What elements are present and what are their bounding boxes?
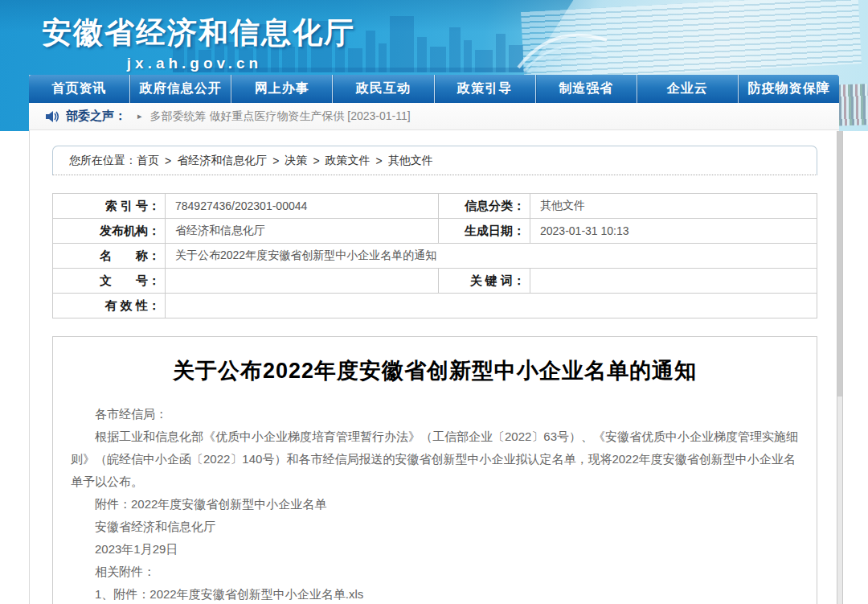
- issuing-agency-value: 省经济和信息化厅: [166, 219, 439, 244]
- table-row: 名 称： 关于公布2022年度安徽省创新型中小企业名单的通知: [53, 244, 817, 269]
- scrollbar-thumb[interactable]: [837, 131, 842, 397]
- site-url: jx.ah.gov.cn: [42, 55, 347, 72]
- doc-name-value: 关于公布2022年度安徽省创新型中小企业名单的通知: [166, 244, 817, 269]
- nav-item-manufacturing[interactable]: 制造强省: [535, 75, 637, 103]
- breadcrumb-label: 您所在位置：: [69, 154, 137, 168]
- main-nav: 首页资讯 政府信息公开 网上办事 政民互动 政策引导 制造强省 企业云 防疫物资…: [29, 75, 839, 103]
- breadcrumb-separator: >: [165, 154, 171, 167]
- table-row: 发布机构： 省经济和信息化厅 生成日期： 2023-01-31 10:13: [53, 219, 817, 244]
- doc-number-value: [166, 269, 439, 294]
- index-number-label: 索 引 号：: [53, 194, 166, 219]
- info-category-label: 信息分类：: [439, 194, 530, 219]
- nav-item-gov-info[interactable]: 政府信息公开: [129, 75, 231, 103]
- site-logo: 安徽省经济和信息化厅 jx.ah.gov.cn: [42, 13, 347, 72]
- article-paragraph: 安徽省经济和信息化厅: [71, 516, 799, 538]
- breadcrumb: 您所在位置： 首页 > 省经济和信息化厅 > 决策 > 政策文件 > 其他文件: [52, 146, 817, 175]
- issuing-agency-label: 发布机构：: [53, 219, 166, 244]
- article-paragraph: 相关附件：: [71, 561, 799, 583]
- breadcrumb-item-policy-docs[interactable]: 政策文件: [326, 154, 371, 168]
- breadcrumb-item-department[interactable]: 省经济和信息化厅: [177, 154, 267, 168]
- doc-name-label: 名 称：: [53, 244, 166, 269]
- article-paragraph: 附件：2022年度安徽省创新型中小企业名单: [71, 493, 799, 516]
- breadcrumb-separator: >: [313, 154, 319, 167]
- article-paragraph: 根据工业和信息化部《优质中小企业梯度培育管理暂行办法》（工信部企业〔2022〕6…: [71, 425, 799, 493]
- nav-item-home-news[interactable]: 首页资讯: [29, 75, 129, 103]
- issue-date-label: 生成日期：: [439, 219, 530, 244]
- info-category-value: 其他文件: [530, 194, 817, 219]
- ticker-section-label: 部委之声：: [66, 109, 126, 124]
- nav-item-epidemic-supplies[interactable]: 防疫物资保障: [738, 75, 839, 103]
- breadcrumb-item-other-docs[interactable]: 其他文件: [388, 154, 433, 168]
- index-number-value: 784927436/202301-00044: [166, 194, 439, 219]
- nav-item-online-services[interactable]: 网上办事: [231, 75, 332, 103]
- site-title: 安徽省经济和信息化厅: [42, 13, 347, 53]
- speaker-icon: [45, 110, 59, 123]
- article-paragraph: 各市经信局：: [71, 403, 799, 425]
- breadcrumb-item-home[interactable]: 首页: [137, 154, 159, 168]
- nav-item-enterprise-cloud[interactable]: 企业云: [637, 75, 738, 103]
- article-title: 关于公布2022年度安徽省创新型中小企业名单的通知: [71, 356, 799, 385]
- doc-number-label: 文 号：: [53, 269, 166, 294]
- news-ticker: 部委之声： ▸ 多部委统筹 做好重点医疗物资生产保供 [2023-01-11]: [29, 103, 839, 130]
- table-row: 索 引 号： 784927436/202301-00044 信息分类： 其他文件: [53, 194, 817, 219]
- ticker-arrow-icon: ▸: [137, 111, 142, 121]
- nav-item-public-interaction[interactable]: 政民互动: [332, 75, 433, 103]
- article-paragraph: 2023年1月29日: [71, 538, 799, 561]
- validity-label: 有 效 性：: [53, 294, 166, 318]
- validity-value: [166, 294, 817, 318]
- document-meta-table: 索 引 号： 784927436/202301-00044 信息分类： 其他文件…: [52, 193, 817, 318]
- nav-item-policy-guidance[interactable]: 政策引导: [434, 75, 535, 103]
- page: 安徽省经济和信息化厅 jx.ah.gov.cn 首页资讯 政府信息公开 网上办事…: [0, 0, 868, 604]
- article-body: 各市经信局： 根据工业和信息化部《优质中小企业梯度培育管理暂行办法》（工信部企业…: [71, 403, 799, 604]
- table-row: 文 号： 关 键 词：: [53, 269, 817, 294]
- stadium-swoosh-art: [514, 18, 611, 74]
- table-row: 有 效 性：: [53, 294, 817, 318]
- keywords-label: 关 键 词：: [439, 269, 530, 294]
- breadcrumb-separator: >: [376, 154, 383, 167]
- attachment-xls-link[interactable]: 1、附件：2022年度安徽省创新型中小企业名单.xls: [71, 583, 799, 604]
- breadcrumb-item-decision[interactable]: 决策: [285, 154, 307, 168]
- ticker-news-link[interactable]: 多部委统筹 做好重点医疗物资生产保供 [2023-01-11]: [150, 109, 411, 124]
- vertical-scrollbar[interactable]: [837, 131, 843, 604]
- keywords-value: [530, 269, 817, 294]
- breadcrumb-separator: >: [272, 154, 279, 167]
- issue-date-value: 2023-01-31 10:13: [530, 219, 817, 244]
- article-container: 关于公布2022年度安徽省创新型中小企业名单的通知 各市经信局： 根据工业和信息…: [52, 336, 817, 604]
